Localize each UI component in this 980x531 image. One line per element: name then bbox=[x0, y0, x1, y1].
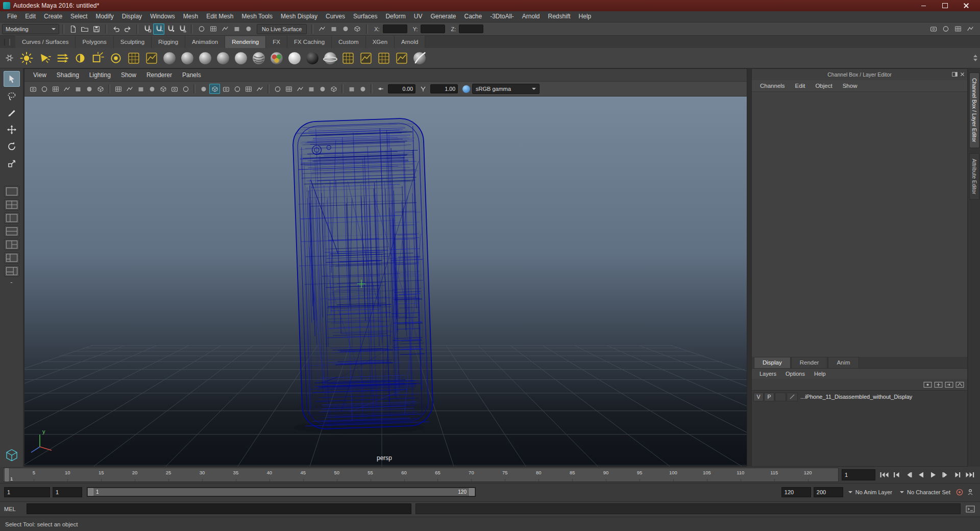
script-editor-icon[interactable] bbox=[965, 504, 976, 514]
shelf-down-arrow-icon[interactable] bbox=[973, 59, 977, 61]
layer-editor-menu-help[interactable]: Help bbox=[810, 371, 830, 377]
layer-editor-tab-anim[interactable]: Anim bbox=[828, 357, 859, 368]
side-tab-attribute-editor[interactable]: Attribute Editor bbox=[969, 153, 979, 200]
snap-to-grids-icon[interactable] bbox=[141, 23, 153, 35]
channel-box-toggle-icon[interactable] bbox=[952, 23, 964, 35]
snap-to-points-icon[interactable] bbox=[165, 23, 176, 35]
menu-mesh-tools[interactable]: Mesh Tools bbox=[238, 11, 277, 22]
snap-to-planes-icon[interactable] bbox=[177, 23, 188, 35]
menu-surfaces[interactable]: Surfaces bbox=[349, 11, 381, 22]
wireframe-icon[interactable] bbox=[198, 84, 209, 94]
screen-space-ao-icon[interactable] bbox=[295, 84, 305, 94]
shelf-tab-polygons[interactable]: Polygons bbox=[76, 36, 113, 48]
exposure-field[interactable]: 0.00 bbox=[388, 84, 415, 93]
menu-arnold[interactable]: Arnold bbox=[518, 11, 544, 22]
persp-graph-layout[interactable] bbox=[4, 266, 19, 277]
menu-display[interactable]: Display bbox=[118, 11, 146, 22]
step-forward-key-button[interactable] bbox=[952, 469, 964, 480]
snap-to-curves-icon[interactable] bbox=[153, 23, 164, 35]
isolate-select-icon[interactable] bbox=[346, 84, 357, 94]
quad-draw-icon[interactable] bbox=[316, 23, 328, 35]
layer-visibility-toggle[interactable]: V bbox=[753, 393, 764, 401]
channel-box-menu-object[interactable]: Object bbox=[810, 83, 837, 89]
channel-box-menu-show[interactable]: Show bbox=[838, 83, 863, 89]
range-slider-bar[interactable] bbox=[88, 488, 475, 496]
outputs-from-selected-icon[interactable] bbox=[208, 23, 219, 35]
menu-curves[interactable]: Curves bbox=[322, 11, 349, 22]
attribute-editor-toggle-icon[interactable] bbox=[965, 23, 976, 35]
create-empty-layer-icon[interactable] bbox=[945, 381, 953, 388]
menu-windows[interactable]: Windows bbox=[146, 11, 179, 22]
side-tab-channel-box-layer-editor[interactable]: Channel Box / Layer Editor bbox=[969, 73, 979, 148]
go-to-end-button[interactable] bbox=[964, 469, 976, 480]
ramp-texture-icon[interactable] bbox=[376, 50, 392, 66]
move-tool[interactable] bbox=[4, 122, 20, 137]
anim-layer-dropdown[interactable]: No Anim Layer bbox=[846, 489, 895, 495]
two-pane-side-layout[interactable] bbox=[4, 212, 19, 224]
area-light-icon[interactable] bbox=[90, 50, 106, 66]
menu-select[interactable]: Select bbox=[66, 11, 91, 22]
three-pane-layout[interactable] bbox=[4, 239, 19, 250]
wire-cube-icon[interactable] bbox=[5, 448, 18, 464]
toolbox-collapse-button[interactable]: - bbox=[5, 279, 19, 286]
layer-editor-tab-display[interactable]: Display bbox=[754, 357, 791, 368]
step-back-key-button[interactable] bbox=[891, 469, 902, 480]
time-slider[interactable]: 5101520253035404550556065707580859095100… bbox=[3, 468, 839, 482]
menu-file[interactable]: File bbox=[3, 11, 21, 22]
menu-create[interactable]: Create bbox=[40, 11, 66, 22]
viewport-menu-renderer[interactable]: Renderer bbox=[142, 71, 177, 79]
minimize-button[interactable] bbox=[913, 0, 934, 11]
shelf-tab-fx-caching[interactable]: FX Caching bbox=[287, 36, 332, 48]
menuset-dropdown[interactable]: Modeling bbox=[2, 24, 59, 34]
lasso-select-tool[interactable] bbox=[4, 88, 20, 104]
maximize-button[interactable] bbox=[934, 0, 955, 11]
paint-select-tool[interactable] bbox=[4, 105, 20, 120]
multi-cut-icon[interactable] bbox=[328, 23, 339, 35]
single-pane-layout[interactable] bbox=[4, 186, 19, 197]
grease-pencil-icon[interactable] bbox=[95, 84, 106, 94]
y-coordinate-field[interactable] bbox=[421, 25, 445, 33]
step-forward-frame-button[interactable] bbox=[940, 469, 951, 480]
gamma-icon[interactable] bbox=[418, 84, 428, 94]
menu-redshift[interactable]: Redshift bbox=[544, 11, 575, 22]
spot-light-icon[interactable] bbox=[36, 50, 53, 66]
make-layer-current-icon[interactable] bbox=[923, 381, 932, 388]
shelf-tab-fx[interactable]: FX bbox=[266, 36, 287, 48]
playback-end-field[interactable]: 120 bbox=[781, 487, 811, 497]
phong-material-icon[interactable] bbox=[215, 50, 231, 66]
use-background-icon[interactable] bbox=[304, 50, 321, 66]
menu-mesh[interactable]: Mesh bbox=[179, 11, 202, 22]
volume-light-icon[interactable] bbox=[108, 50, 124, 66]
surface-shader-icon[interactable] bbox=[286, 50, 303, 66]
directional-light-icon[interactable] bbox=[54, 50, 70, 66]
viewport-menu-show[interactable]: Show bbox=[116, 71, 141, 79]
layer-row[interactable]: V P ...iPhone_11_Disassembled_without_Di… bbox=[752, 392, 967, 402]
bookmarks-icon[interactable] bbox=[61, 84, 72, 94]
noise-texture-icon[interactable] bbox=[394, 50, 410, 66]
open-scene-icon[interactable] bbox=[79, 23, 90, 35]
create-layer-from-selected-icon[interactable] bbox=[955, 381, 964, 388]
layer-type-icon[interactable] bbox=[787, 393, 798, 401]
motion-blur-icon[interactable] bbox=[306, 84, 316, 94]
current-frame-field[interactable]: 1 bbox=[842, 469, 875, 480]
shelf-tab-sculpting[interactable]: Sculpting bbox=[114, 36, 152, 48]
scale-tool[interactable] bbox=[4, 155, 20, 171]
channel-box-menu-edit[interactable]: Edit bbox=[790, 83, 811, 89]
shelf-scroll-arrows[interactable] bbox=[973, 55, 980, 61]
animation-end-field[interactable]: 200 bbox=[814, 487, 843, 497]
shelf-tab-xgen[interactable]: XGen bbox=[366, 36, 395, 48]
light-editor-icon[interactable] bbox=[143, 50, 160, 66]
live-surface-button[interactable]: No Live Surface bbox=[257, 24, 307, 34]
connect-icon[interactable] bbox=[352, 23, 363, 35]
render-settings-icon[interactable] bbox=[940, 23, 951, 35]
layer-color-swatch[interactable] bbox=[775, 393, 786, 401]
viewport-canvas[interactable]: ypersp bbox=[24, 96, 747, 466]
textured-icon[interactable] bbox=[232, 84, 242, 94]
shading-map-icon[interactable] bbox=[268, 50, 285, 66]
anisotropic-material-icon[interactable] bbox=[233, 50, 249, 66]
shelf-options-gear-icon[interactable] bbox=[4, 53, 14, 63]
x-coordinate-field[interactable] bbox=[383, 25, 407, 33]
playback-start-field[interactable]: 1 bbox=[53, 487, 82, 497]
step-back-frame-button[interactable] bbox=[903, 469, 915, 480]
viewport-menu-lighting[interactable]: Lighting bbox=[85, 71, 115, 79]
